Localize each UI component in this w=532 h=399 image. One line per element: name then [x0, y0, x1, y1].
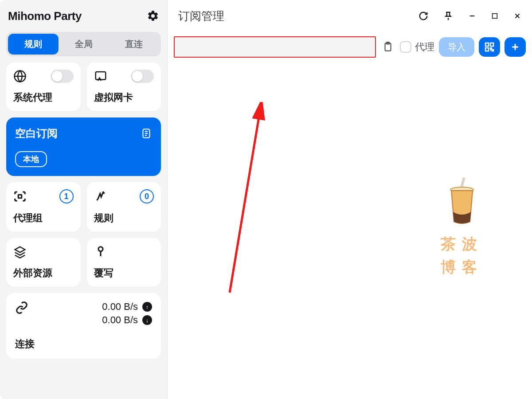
- add-button[interactable]: [505, 37, 526, 57]
- window-controls: [419, 11, 521, 21]
- mode-tabs: 规则 全局 直连: [6, 32, 161, 56]
- page-title: 订阅管理: [178, 8, 224, 24]
- toggle-tun[interactable]: [131, 70, 154, 83]
- subscription-url-input[interactable]: [174, 36, 376, 58]
- rules-count: 0: [140, 189, 154, 203]
- qrcode-icon: [484, 42, 495, 52]
- svg-rect-3: [18, 195, 22, 198]
- toolbar: 代理 导入: [168, 32, 532, 62]
- arrow-down-icon: ↓: [142, 315, 152, 325]
- watermark-line1: 茶波: [441, 234, 483, 254]
- card-label: 覆写: [94, 266, 154, 280]
- main-panel: 订阅管理 代理 导入: [168, 0, 532, 399]
- tab-direct[interactable]: 直连: [109, 34, 159, 55]
- refresh-button[interactable]: [419, 11, 428, 21]
- boba-tea-icon: [444, 177, 480, 226]
- content-area: 茶波 博客: [168, 62, 532, 399]
- document-icon: [141, 128, 152, 139]
- subscription-title: 空白订阅: [15, 126, 58, 141]
- gear-icon: [147, 10, 159, 22]
- override-icon: [94, 245, 107, 258]
- proxy-checkbox-group: 代理: [400, 40, 434, 54]
- bracket-icon: [13, 190, 27, 203]
- paste-button[interactable]: [380, 39, 395, 55]
- card-label: 代理组: [13, 211, 74, 225]
- maximize-button[interactable]: [491, 12, 498, 20]
- card-label: 虚拟网卡: [94, 91, 154, 104]
- close-button[interactable]: [513, 12, 521, 20]
- proxy-group-count: 1: [59, 189, 74, 203]
- card-rules[interactable]: 0 规则: [87, 182, 161, 232]
- watermark: 茶波 博客: [441, 177, 483, 278]
- clipboard-icon: [382, 41, 394, 53]
- tab-global[interactable]: 全局: [59, 34, 109, 55]
- card-label: 规则: [94, 211, 154, 225]
- pin-icon: [443, 11, 453, 21]
- card-proxy-group[interactable]: 1 代理组: [6, 182, 81, 232]
- annotation-arrow: [216, 102, 270, 297]
- svg-rect-8: [485, 43, 489, 46]
- card-resources[interactable]: 外部资源: [6, 238, 81, 287]
- minimize-button[interactable]: [468, 12, 476, 20]
- subscription-card[interactable]: 空白订阅 本地: [6, 117, 161, 176]
- card-override[interactable]: 覆写: [87, 238, 161, 287]
- app-title: Mihomo Party: [8, 9, 82, 23]
- svg-rect-5: [493, 14, 497, 19]
- card-label: 系统代理: [13, 91, 74, 104]
- main-header: 订阅管理: [168, 0, 532, 32]
- toggle-system-proxy[interactable]: [51, 70, 74, 83]
- refresh-icon: [419, 11, 428, 21]
- card-label: 连接: [15, 337, 152, 351]
- route-icon: [94, 190, 107, 203]
- plus-icon: [510, 42, 520, 52]
- pin-button[interactable]: [443, 11, 453, 21]
- watermark-line2: 博客: [441, 257, 483, 278]
- subscription-badge: 本地: [15, 151, 47, 167]
- qrcode-button[interactable]: [479, 37, 500, 57]
- card-system-proxy[interactable]: 系统代理: [6, 63, 81, 111]
- proxy-checkbox[interactable]: [400, 41, 411, 53]
- card-label: 外部资源: [13, 266, 74, 280]
- upload-speed: 0.00 B/s: [102, 301, 138, 313]
- proxy-label: 代理: [415, 40, 434, 54]
- download-speed: 0.00 B/s: [102, 314, 138, 326]
- card-connections[interactable]: 0.00 B/s ↑ 0.00 B/s ↓ 连接: [6, 293, 161, 359]
- network-card-icon: [94, 70, 107, 83]
- svg-rect-9: [490, 43, 493, 46]
- tab-rules[interactable]: 规则: [8, 34, 59, 55]
- sidebar-header: Mihomo Party: [6, 0, 161, 32]
- svg-rect-1: [95, 72, 106, 80]
- arrow-up-icon: ↑: [142, 302, 152, 312]
- globe-icon: [13, 70, 27, 83]
- layers-icon: [13, 245, 27, 258]
- minimize-icon: [468, 12, 476, 20]
- link-icon: [15, 301, 28, 314]
- sidebar: Mihomo Party 规则 全局 直连 系统代理 虚拟网卡 空白订阅: [0, 0, 168, 399]
- card-tun[interactable]: 虚拟网卡: [87, 63, 161, 111]
- settings-button[interactable]: [147, 10, 159, 22]
- maximize-icon: [491, 12, 498, 20]
- close-icon: [513, 12, 521, 20]
- import-button[interactable]: 导入: [439, 37, 474, 57]
- svg-rect-10: [485, 48, 489, 51]
- svg-line-11: [230, 106, 261, 293]
- svg-point-4: [98, 247, 103, 251]
